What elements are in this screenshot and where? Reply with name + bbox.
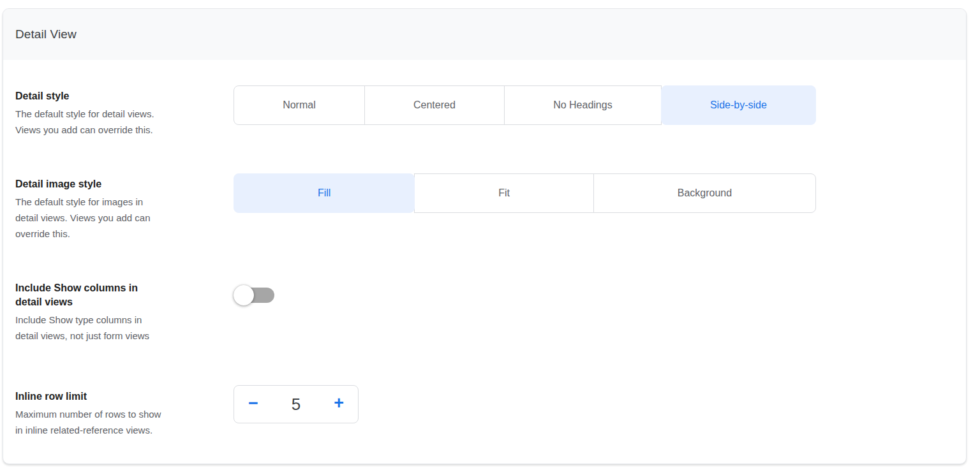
detail-style-option-centered[interactable]: Centered [364,85,505,125]
description-line: detail views. Views you add can [15,210,178,226]
detail-style-option-side-by-side[interactable]: Side-by-side [661,85,816,125]
inline-row-limit-stepper: − 5 + [234,385,359,423]
detail-image-style-option-background[interactable]: Background [593,173,816,213]
description-line: detail views, not just form views [15,328,178,344]
row-limit-value: 5 [265,395,327,414]
description-line: The default style for images in [15,194,178,210]
detail-style-segmented-control: Normal Centered No Headings Side-by-side [234,85,816,125]
detail-style-label: Detail style [15,89,178,103]
setting-row-include-show-columns: Include Show columns in detail views Inc… [15,280,951,344]
include-show-columns-description: Include Show type columns in detail view… [15,312,178,344]
setting-row-detail-image-style: Detail image style The default style for… [15,176,951,242]
detail-style-option-normal[interactable]: Normal [234,85,365,125]
label-line: Include Show columns in [15,281,178,295]
increment-button[interactable]: + [327,395,350,414]
detail-image-style-option-fill[interactable]: Fill [234,173,415,213]
settings-page: Detail View Detail style The default sty… [0,0,980,468]
description-line: Maximum number of rows to show [15,406,178,422]
inline-row-limit-label: Inline row limit [15,390,178,404]
description-line: The default style for detail views. [15,106,178,122]
detail-style-option-no-headings[interactable]: No Headings [504,85,662,125]
detail-view-panel: Detail View Detail style The default sty… [3,8,967,464]
detail-image-style-label: Detail image style [15,177,178,191]
decrement-button[interactable]: − [242,395,265,414]
detail-style-label-column: Detail style The default style for detai… [15,88,178,138]
include-show-columns-toggle[interactable] [234,285,274,305]
description-line: Views you add can override this. [15,122,178,138]
inline-row-limit-label-column: Inline row limit Maximum number of rows … [15,388,178,438]
detail-image-style-segmented-control: Fill Fit Background [234,173,816,213]
description-line: override this. [15,226,178,242]
detail-style-description: The default style for detail views. View… [15,106,178,138]
detail-image-style-label-column: Detail image style The default style for… [15,176,178,242]
setting-row-inline-row-limit: Inline row limit Maximum number of rows … [15,388,951,438]
label-line: detail views [15,295,178,309]
detail-image-style-option-fit[interactable]: Fit [414,173,594,213]
include-show-columns-label: Include Show columns in detail views [15,281,178,309]
description-line: Include Show type columns in [15,312,178,328]
detail-image-style-description: The default style for images in detail v… [15,194,178,242]
inline-row-limit-description: Maximum number of rows to show in inline… [15,406,178,438]
setting-row-detail-style: Detail style The default style for detai… [15,88,951,138]
panel-title: Detail View [15,27,77,41]
panel-header: Detail View [3,9,966,60]
include-show-columns-label-column: Include Show columns in detail views Inc… [15,280,178,344]
description-line: in inline related-reference views. [15,422,178,438]
panel-body: Detail style The default style for detai… [3,60,966,464]
toggle-thumb [234,285,254,305]
